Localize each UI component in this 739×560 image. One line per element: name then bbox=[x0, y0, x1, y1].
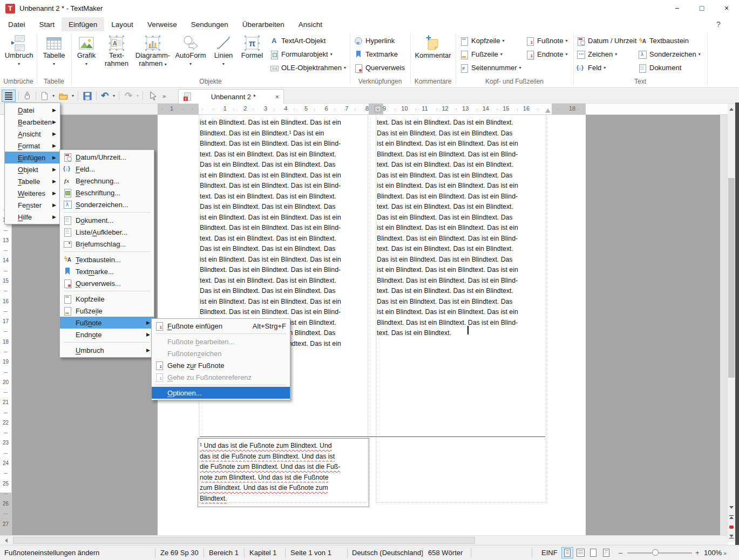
scrollbar-thumb[interactable] bbox=[13, 537, 475, 544]
menu-item[interactable]: Umbruch ▶ bbox=[60, 344, 154, 356]
textrahmen-button[interactable]: A Text- rahmen bbox=[101, 33, 132, 77]
formel-button[interactable]: π Formel bbox=[239, 33, 266, 77]
menu-item[interactable] bbox=[64, 212, 150, 213]
horizontal-scrollbar[interactable] bbox=[0, 535, 728, 545]
pan-icon[interactable] bbox=[21, 90, 33, 102]
zoom-slider-thumb[interactable] bbox=[652, 549, 659, 556]
menu-item[interactable]: Hilfe ▶ bbox=[5, 211, 60, 223]
menu-item[interactable]: Liste/Aufkleber... bbox=[60, 226, 154, 238]
menu-item[interactable]: Format ▶ bbox=[5, 140, 60, 152]
ribbon-tab[interactable]: Layout bbox=[104, 17, 140, 31]
ribbon-tab[interactable]: Verweise bbox=[140, 17, 184, 31]
status-chapter[interactable]: Kapitel 1 bbox=[249, 545, 277, 560]
close-button[interactable]: × bbox=[714, 0, 739, 16]
menu-item[interactable]: Datei ▶ bbox=[5, 104, 60, 116]
zoom-out-icon[interactable]: – bbox=[619, 545, 622, 560]
zoom-slider[interactable] bbox=[627, 552, 692, 554]
ribbon-small-button[interactable]: Endnote▾ bbox=[526, 47, 572, 61]
ribbon-small-button[interactable]: Feld▾ bbox=[577, 61, 636, 74]
chevron-down-icon[interactable]: ▾ bbox=[51, 90, 56, 102]
menu-item[interactable] bbox=[64, 342, 150, 343]
chevron-down-icon[interactable]: ▾ bbox=[135, 90, 140, 102]
menu-item[interactable]: Objekt ▶ bbox=[5, 163, 60, 175]
menu-item[interactable]: Fußnote bearbeiten... bbox=[152, 336, 290, 347]
ribbon-small-button[interactable]: TextArt-Objekt bbox=[270, 34, 350, 47]
ribbon-small-button[interactable]: Hyperlink bbox=[354, 34, 409, 47]
close-tab-icon[interactable]: × bbox=[275, 93, 279, 101]
status-language[interactable]: Deutsch (Deutschland) bbox=[352, 545, 423, 560]
chevron-down-icon[interactable]: ▾ bbox=[111, 90, 117, 102]
ribbon-small-button[interactable]: Fußnote▾ bbox=[526, 34, 572, 47]
menu-item[interactable]: Gehe zur Fußnote bbox=[152, 359, 290, 371]
maximize-button[interactable]: □ bbox=[689, 0, 714, 16]
menu-item[interactable]: Endnote ▶ bbox=[60, 329, 154, 340]
umbruch-button[interactable]: Umbruch ▾ bbox=[3, 33, 35, 77]
ribbon-small-button[interactable]: Datum / Uhrzeit bbox=[577, 34, 636, 47]
menu-item[interactable]: Beschriftung... bbox=[60, 187, 154, 199]
chevron-down-icon[interactable]: ▾ bbox=[70, 90, 76, 102]
menu-item[interactable]: Bearbeiten ▶ bbox=[5, 116, 60, 128]
ribbon-tab[interactable]: Überarbeiten bbox=[235, 17, 291, 31]
menu-item[interactable]: Sonderzeichen... bbox=[60, 199, 154, 210]
scrollbar-thumb[interactable] bbox=[728, 178, 735, 378]
menu-item[interactable]: Weiteres ▶ bbox=[5, 187, 60, 199]
menu-item[interactable]: Briefumschlag... bbox=[60, 238, 154, 250]
save-icon[interactable] bbox=[81, 90, 94, 102]
status-word-count[interactable]: 658 Wörter bbox=[428, 545, 463, 560]
continuous-view-icon[interactable] bbox=[574, 547, 586, 558]
status-overflow-icon[interactable]: » bbox=[723, 545, 727, 560]
browse-object-icon[interactable] bbox=[728, 522, 735, 531]
fullpage-view-icon[interactable] bbox=[587, 547, 599, 558]
outline-view-icon[interactable] bbox=[600, 547, 612, 558]
undo-icon[interactable]: ↶ bbox=[99, 90, 110, 102]
scroll-down-icon[interactable] bbox=[728, 503, 735, 511]
redo-icon[interactable]: ↷ bbox=[123, 90, 134, 102]
horizontal-ruler[interactable]: 1 12345678 910111213141516 18 ✕ bbox=[0, 104, 728, 115]
footnote-frame[interactable]: ¹ Und das ist die Fußnote zum Blindtext.… bbox=[198, 438, 369, 507]
menu-item[interactable]: Datum/Uhrzeit... bbox=[60, 151, 154, 163]
ribbon-small-button[interactable]: Querverweis bbox=[354, 61, 409, 74]
menu-item[interactable]: Fußnote einfügen Alt+Strg+F bbox=[152, 320, 290, 332]
menu-item[interactable]: Optionen... bbox=[152, 387, 290, 399]
menu-item[interactable]: Fußnotenzeichen bbox=[152, 347, 290, 359]
menu-item[interactable]: Dokument... bbox=[60, 214, 154, 226]
menu-item[interactable]: Textbaustein... bbox=[60, 254, 154, 265]
ribbon-tab[interactable]: Sendungen bbox=[184, 17, 235, 31]
autoform-button[interactable]: AutoForm ▾ bbox=[174, 33, 207, 77]
browse-previous-icon[interactable] bbox=[728, 513, 735, 522]
toolbar-overflow-icon[interactable]: » bbox=[160, 90, 168, 102]
ribbon-small-button[interactable]: Kopfzeile▾ bbox=[460, 34, 524, 47]
scroll-left-icon[interactable] bbox=[2, 538, 10, 543]
status-page[interactable]: Seite 1 von 1 bbox=[290, 545, 331, 560]
tabelle-button[interactable]: Tabelle ▾ bbox=[40, 33, 68, 77]
open-icon[interactable] bbox=[57, 90, 69, 102]
new-document-icon[interactable] bbox=[39, 90, 50, 102]
menu-item[interactable]: Textmarke... bbox=[60, 265, 154, 277]
select-icon[interactable] bbox=[147, 90, 159, 102]
ribbon-small-button[interactable]: Fußzeile▾ bbox=[460, 47, 524, 61]
document-tab[interactable]: T Unbenannt 2 * × bbox=[178, 89, 284, 104]
ribbon-small-button[interactable]: Zeichen▾ bbox=[577, 47, 636, 61]
help-icon[interactable]: ? bbox=[711, 17, 726, 31]
menu-item[interactable]: Fenster ▶ bbox=[5, 199, 60, 211]
ribbon-small-button[interactable]: Seitennummer▾ bbox=[460, 61, 524, 74]
linien-button[interactable]: Linien ▾ bbox=[211, 33, 236, 77]
browse-next-icon[interactable] bbox=[728, 532, 735, 541]
menu-item[interactable]: Tabelle ▶ bbox=[5, 175, 60, 187]
menu-item[interactable]: Feld... bbox=[60, 163, 154, 175]
vertical-scrollbar[interactable] bbox=[728, 104, 735, 542]
ribbon-tab[interactable]: Ansicht bbox=[291, 17, 329, 31]
menu-item[interactable] bbox=[155, 333, 286, 334]
ribbon-tab[interactable]: Einfügen bbox=[62, 17, 104, 31]
ribbon-small-button[interactable]: Sonderzeichen▾ bbox=[638, 47, 707, 61]
status-line-col[interactable]: Ze 69 Sp 30 bbox=[160, 545, 199, 560]
minimize-button[interactable]: − bbox=[665, 0, 689, 16]
menu-item[interactable]: Querverweis... bbox=[60, 277, 154, 289]
menu-item[interactable]: Kopfzeile bbox=[60, 293, 154, 305]
zoom-in-icon[interactable]: + bbox=[695, 545, 700, 560]
ribbon-small-button[interactable]: Formularobjekt▾ bbox=[270, 47, 350, 61]
zoom-level[interactable]: 100% bbox=[704, 545, 722, 560]
margin-marker[interactable] bbox=[545, 108, 551, 113]
menu-item[interactable]: Fußzeile bbox=[60, 305, 154, 317]
menu-icon[interactable] bbox=[2, 90, 16, 102]
